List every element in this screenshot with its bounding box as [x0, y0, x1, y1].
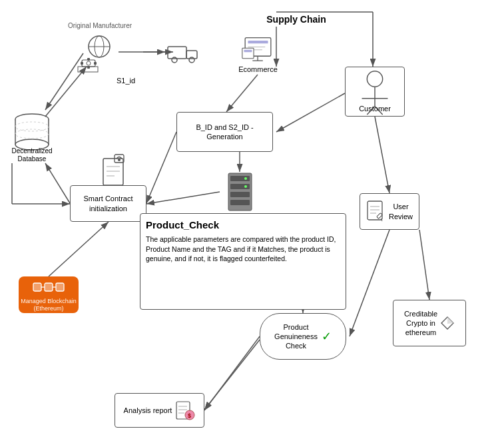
svg-point-45 — [367, 71, 382, 87]
svg-line-21 — [49, 222, 109, 276]
svg-rect-28 — [87, 58, 90, 61]
analysis-label: Analysis report — [124, 406, 172, 415]
svg-line-10 — [45, 163, 70, 203]
truck-icon — [166, 40, 200, 63]
s1id-label: S1_id — [117, 77, 135, 85]
svg-point-36 — [189, 57, 194, 63]
svg-rect-30 — [94, 62, 97, 65]
svg-line-6 — [226, 75, 258, 112]
svg-point-62 — [118, 159, 121, 161]
svg-line-4 — [276, 93, 345, 132]
svg-line-19 — [419, 230, 429, 300]
db-node: DecentralizedDatabase — [5, 103, 59, 163]
ecommerce-icon: Ecommerce — [240, 37, 276, 73]
product-check-title: Product_Check — [146, 219, 219, 230]
svg-rect-66 — [230, 192, 250, 197]
original-manufacturer-label: Original Manufacturer — [67, 20, 133, 31]
ecommerce-label: Ecommerce — [238, 65, 278, 73]
creditable-label: Creditable Crypto in ethereum — [404, 309, 437, 338]
svg-rect-31 — [81, 62, 83, 65]
supply-chain-label: Supply Chain — [256, 12, 336, 27]
pgc-node: Product Genuineness Check ✓ — [260, 313, 346, 360]
svg-point-69 — [244, 185, 247, 188]
svg-rect-85 — [45, 283, 53, 291]
svg-marker-77 — [447, 317, 453, 324]
svg-line-20 — [204, 336, 260, 410]
user-review-label: User Review — [389, 202, 413, 221]
smart-contract-icon — [100, 153, 130, 190]
user-review-box: User Review — [360, 193, 419, 230]
svg-rect-38 — [248, 41, 268, 43]
svg-rect-74 — [377, 213, 382, 218]
svg-line-5 — [375, 117, 389, 193]
pgc-label: Product Genuineness Check — [274, 322, 318, 351]
product-check-box: Product_Check The applicable parameters … — [140, 213, 346, 310]
db-label: DecentralizedDatabase — [5, 147, 59, 163]
product-check-desc: The applicable parameters are compared w… — [146, 234, 340, 264]
svg-line-22 — [204, 340, 260, 410]
svg-point-27 — [87, 61, 91, 65]
svg-rect-67 — [230, 200, 250, 205]
manufacturer-icons — [70, 33, 117, 73]
svg-line-8 — [146, 192, 220, 204]
smart-contract-box: Smart Contract initialization — [70, 185, 146, 222]
svg-rect-33 — [168, 47, 186, 59]
analysis-report-box: Analysis report $ — [115, 393, 204, 428]
bid-gen-label: B_ID and S2_ID - Generation — [196, 123, 253, 142]
smart-contract-label: Smart Contract initialization — [84, 194, 133, 213]
svg-rect-43 — [242, 48, 254, 58]
check-icon: ✓ — [322, 329, 332, 344]
customer-label: Customer — [346, 105, 404, 113]
customer-node: Customer — [345, 67, 405, 117]
managed-blockchain-box: Managed Blockchain (Ethereum) — [19, 276, 79, 313]
svg-text:$: $ — [188, 412, 191, 419]
svg-line-18 — [350, 230, 389, 336]
svg-rect-84 — [33, 283, 41, 291]
bid-gen-box: B_ID and S2_ID - Generation — [176, 112, 273, 152]
svg-rect-44 — [244, 50, 252, 52]
creditable-crypto-box: Creditable Crypto in ethereum — [393, 300, 466, 346]
svg-rect-86 — [56, 283, 64, 291]
svg-point-35 — [172, 57, 177, 63]
server-icon — [220, 172, 260, 212]
svg-line-7 — [146, 132, 176, 203]
blockchain-label: Managed Blockchain (Ethereum) — [19, 298, 79, 312]
diagram: Supply Chain Original Manufacturer S1_id — [0, 0, 504, 437]
svg-point-68 — [244, 177, 247, 180]
